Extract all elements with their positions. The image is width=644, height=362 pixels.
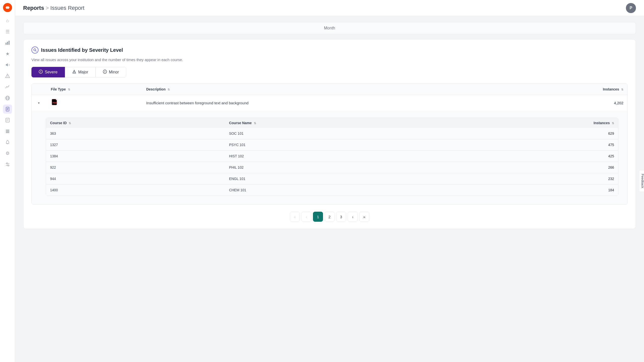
sub-th-instances[interactable]: Instances ⇅ <box>441 118 618 128</box>
svg-rect-3 <box>9 41 10 45</box>
sub-instances: 425 <box>441 151 618 162</box>
card-header: Issues Identified by Severity Level <box>31 47 628 54</box>
sub-table-row: 363 SOC 101 629 <box>46 128 618 139</box>
app-logo[interactable] <box>3 3 12 12</box>
sub-instances: 184 <box>441 185 618 196</box>
svg-rect-17 <box>6 130 9 130</box>
sub-th-coursename[interactable]: Course Name ⇅ <box>225 118 441 128</box>
sidebar-item-menu[interactable]: ☰ <box>3 27 12 36</box>
feedback-label: Feedback <box>641 174 644 188</box>
sub-course-id: 1400 <box>46 185 225 196</box>
sub-table-header-row: Course ID ⇅ Course Name ⇅ <box>46 118 618 128</box>
card-title: Issues Identified by Severity Level <box>41 47 123 53</box>
th-filetype[interactable]: File Type ⇅ <box>47 84 142 95</box>
sub-course-id: 1384 <box>46 151 225 162</box>
svg-rect-38 <box>56 99 57 100</box>
sub-course-name: PHIL 102 <box>225 162 441 173</box>
breadcrumb: Reports > Issues Report <box>23 5 85 11</box>
month-bar: Month <box>23 22 636 34</box>
page-1-button[interactable]: 1 <box>313 212 323 222</box>
page-prev-button[interactable]: ‹ <box>301 212 311 222</box>
sidebar-item-linechart[interactable] <box>3 82 12 92</box>
expanded-cell: Course ID ⇅ Course Name ⇅ <box>32 111 627 205</box>
main-content: Reports > Issues Report P Month Issues I… <box>15 0 644 362</box>
pagination: « ‹ 1 2 3 › » <box>31 212 628 222</box>
svg-rect-1 <box>6 43 7 45</box>
sidebar-item-analytics[interactable] <box>3 38 12 47</box>
month-label: Month <box>324 26 335 30</box>
sort-coursename-icon: ⇅ <box>254 122 256 125</box>
sidebar-item-alert[interactable] <box>3 71 12 80</box>
sidebar-item-megaphone[interactable] <box>3 60 12 69</box>
sub-table-row: 1400 CHEM 101 184 <box>46 185 618 196</box>
breadcrumb-current: Issues Report <box>50 5 85 11</box>
svg-rect-2 <box>7 42 8 45</box>
tab-severe[interactable]: Severe <box>31 67 65 77</box>
expand-button[interactable]: ▾ <box>36 100 42 106</box>
sub-course-name: HIST 102 <box>225 151 441 162</box>
tab-minor[interactable]: Minor <box>96 67 126 77</box>
sub-course-name: SOC 101 <box>225 128 441 139</box>
sub-instances: 475 <box>441 139 618 151</box>
expand-cell: ▾ <box>32 95 47 111</box>
svg-point-34 <box>105 72 105 73</box>
table-row: ▾ PDF <box>32 95 627 111</box>
sort-filetype-icon: ⇅ <box>68 88 70 91</box>
svg-point-25 <box>34 49 36 51</box>
pdf-icon: PDF <box>51 99 59 107</box>
th-description[interactable]: Description ⇅ <box>142 84 528 95</box>
tab-major[interactable]: Major <box>65 67 96 77</box>
sub-course-id: 944 <box>46 173 225 185</box>
sidebar: ⌂ ☰ ★ <box>0 0 15 362</box>
svg-rect-19 <box>6 132 9 133</box>
tab-severe-label: Severe <box>45 70 58 74</box>
sidebar-item-settings[interactable]: ⚙ <box>3 149 12 158</box>
page-first-button[interactable]: « <box>290 212 300 222</box>
th-instances[interactable]: Instances ⇅ <box>528 84 627 95</box>
main-table-header-row: File Type ⇅ Description ⇅ Instances ⇅ <box>32 84 627 95</box>
sort-sub-instances-icon: ⇅ <box>612 122 614 125</box>
sidebar-item-document[interactable] <box>3 105 12 114</box>
breadcrumb-reports[interactable]: Reports <box>23 5 44 11</box>
svg-point-29 <box>41 72 41 73</box>
sort-instances-icon: ⇅ <box>621 88 623 91</box>
instances-cell: 4,202 <box>528 95 627 111</box>
sub-table-row: 944 ENGL 101 232 <box>46 173 618 185</box>
th-expand <box>32 84 47 95</box>
sidebar-item-bell[interactable] <box>3 138 12 147</box>
page-next-button[interactable]: › <box>348 212 358 222</box>
sidebar-item-stack[interactable] <box>3 127 12 136</box>
description-cell: Insufficient contrast between foreground… <box>142 95 528 111</box>
major-icon <box>72 70 76 75</box>
svg-point-5 <box>7 77 8 77</box>
page-3-button[interactable]: 3 <box>336 212 346 222</box>
issues-card: Issues Identified by Severity Level View… <box>23 39 636 229</box>
sidebar-item-star[interactable]: ★ <box>3 49 12 58</box>
sidebar-item-globe[interactable] <box>3 94 12 103</box>
sub-instances: 266 <box>441 162 618 173</box>
sub-instances: 232 <box>441 173 618 185</box>
page-2-button[interactable]: 2 <box>325 212 335 222</box>
sub-course-id: 363 <box>46 128 225 139</box>
sort-description-icon: ⇅ <box>168 88 170 91</box>
sub-table-row: 1384 HIST 102 425 <box>46 151 618 162</box>
expanded-sub-row: Course ID ⇅ Course Name ⇅ <box>32 111 627 205</box>
sub-th-courseid[interactable]: Course ID ⇅ <box>46 118 225 128</box>
svg-text:PDF: PDF <box>53 102 57 104</box>
svg-point-22 <box>6 163 8 164</box>
svg-rect-18 <box>6 131 9 132</box>
sidebar-item-home[interactable]: ⌂ <box>3 16 12 25</box>
sidebar-item-report[interactable] <box>3 116 12 125</box>
user-avatar[interactable]: P <box>626 3 636 13</box>
feedback-tab[interactable]: Feedback <box>639 170 644 192</box>
sub-table-row: 922 PHIL 102 266 <box>46 162 618 173</box>
sidebar-item-sliders[interactable] <box>3 160 12 169</box>
sub-table-wrapper: Course ID ⇅ Course Name ⇅ <box>36 115 623 201</box>
severity-tabs: Severe Major <box>31 67 628 77</box>
tab-minor-label: Minor <box>109 70 119 74</box>
sub-course-name: PSYC 101 <box>225 139 441 151</box>
tab-major-label: Major <box>78 70 88 74</box>
sub-course-id: 1327 <box>46 139 225 151</box>
page-last-button[interactable]: » <box>359 212 369 222</box>
svg-point-24 <box>8 165 9 166</box>
